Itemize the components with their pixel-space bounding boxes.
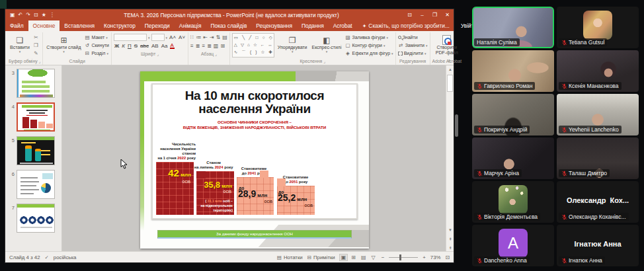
strikethrough-icon[interactable]: S [134, 43, 138, 49]
slideshow-view-icon[interactable]: ▽ [370, 254, 377, 260]
tab-acrobat[interactable]: Acrobat [329, 20, 357, 31]
tab-конструктор[interactable]: Конструктор [99, 20, 140, 31]
paragraph-icon-1-4[interactable]: ▥ [214, 43, 219, 49]
close-icon[interactable]: ✕ [441, 9, 454, 20]
participant-tile-10[interactable]: Олександр Кох...Олександр Коханівс... [557, 181, 639, 223]
normal-view-icon[interactable]: ▣ [340, 254, 348, 260]
shape-glyph-2-0[interactable]: ∿ [234, 50, 237, 55]
slide-thumbnail-4[interactable]: 4 [5, 102, 61, 132]
shape-glyph-1-5[interactable]: ↔ [268, 43, 272, 48]
format-painter-button[interactable]: ✎ [33, 50, 39, 57]
slide-sorter-icon[interactable]: ⊞ [350, 254, 357, 260]
tab-вставлення[interactable]: Вставлення [60, 20, 99, 31]
font-size-box[interactable] [151, 34, 165, 41]
notes-button[interactable]: ▤Нотатки [277, 254, 303, 260]
paragraph-icon-0-2[interactable]: ⇤ [203, 34, 208, 40]
shape-glyph-0-3[interactable]: □ [256, 36, 259, 40]
participant-tile-8[interactable]: Талаш Дмитро [557, 137, 639, 179]
reset-button[interactable]: ↺Скинути [85, 42, 110, 49]
shape-glyph-1-2[interactable]: ⌂ [247, 43, 250, 48]
participant-tile-6[interactable]: Yevhenii Lanchenko [557, 94, 639, 136]
change-case-icon[interactable]: Аа [161, 43, 169, 49]
tab-показ-слайдів[interactable]: Показ слайдів [206, 20, 251, 31]
tab-основне[interactable]: Основне [28, 20, 60, 31]
paragraph-icon-0-5[interactable]: ▤ [222, 34, 227, 40]
scroll-up-button[interactable]: ▲ [446, 65, 454, 73]
tab-подання[interactable]: Подання [297, 20, 329, 31]
comments-button[interactable]: ⊟Примітки [307, 254, 335, 260]
quick-styles-button[interactable]: ◧ Експрес-стилі▾ [311, 33, 343, 58]
tab-файл[interactable]: Файл [5, 20, 28, 31]
paragraph-icon-1-0[interactable]: ≡ [190, 43, 194, 49]
shape-glyph-2-4[interactable]: ☆ [261, 50, 264, 55]
paragraph-icon-1-2[interactable]: ≡ [202, 43, 205, 49]
panel-resize-handle[interactable] [455, 114, 458, 137]
section-button[interactable]: ⊟Розділ▾ [85, 50, 110, 57]
participant-tile-11[interactable]: ADanchenko Anna [472, 225, 554, 266]
shape-glyph-0-0[interactable]: ▭ [234, 36, 238, 40]
tab-анімація[interactable]: Анімація [175, 20, 206, 31]
slide[interactable]: На 10 млн скоротилосянаселення України О… [140, 71, 369, 249]
save-icon[interactable]: ▣ [10, 13, 15, 18]
arrange-button[interactable]: ❐ Упорядкувати▾ [276, 33, 309, 58]
zoom-slider[interactable] [389, 257, 418, 258]
shape-glyph-2-2[interactable]: ( [250, 50, 251, 55]
paste-button[interactable]: ❏ Вставити▾ [9, 33, 31, 58]
shape-glyph-1-4[interactable]: ← [261, 43, 265, 48]
participant-tile-1[interactable]: Наталія Суліма [472, 7, 554, 48]
scrollbar-thumb[interactable] [447, 75, 453, 92]
copy-button[interactable]: ❐ [33, 42, 39, 49]
paragraph-icon-1-3[interactable]: ≣ [207, 43, 212, 49]
shrink-font-icon[interactable]: А˅ [178, 34, 186, 40]
collapse-ribbon-icon[interactable]: ∧ [448, 58, 451, 63]
participant-tile-7[interactable]: Марчук Аріна [472, 137, 554, 179]
layout-button[interactable]: ▤Макет▾ [85, 34, 110, 41]
minimize-icon[interactable]: – [416, 9, 428, 20]
shape-effects-button[interactable]: ◈Ефекти для фігур▾ [344, 50, 393, 57]
slide-thumbnail-5[interactable]: 5 [5, 136, 61, 165]
language-button[interactable]: російська [54, 254, 77, 260]
paragraph-dialog-launcher[interactable]: ⌟ [215, 52, 217, 56]
replace-button[interactable]: ⇄Замінити▾ [398, 42, 428, 49]
shape-glyph-1-1[interactable]: ▽ [241, 43, 244, 48]
drawing-dialog-launcher[interactable]: ⌟ [323, 59, 325, 63]
vertical-scrollbar[interactable]: ▲ ▼ ⇞ ⇟ [446, 65, 454, 251]
font-dialog-launcher[interactable]: ⌟ [157, 52, 159, 56]
tab-рецензування[interactable]: Рецензування [251, 20, 297, 31]
font-color-icon[interactable]: А [170, 43, 175, 49]
zoom-slider-thumb[interactable] [399, 254, 401, 260]
zoom-in-button[interactable]: + [423, 254, 426, 260]
spelling-status-button[interactable]: ✓ [45, 254, 49, 260]
paragraph-icon-0-0[interactable]: ∷ [190, 34, 194, 40]
participant-tile-2[interactable]: Tetiana Gutsul [557, 7, 639, 48]
paragraph-icon-0-4[interactable]: ⇅ [216, 34, 221, 40]
star-icon[interactable]: ★ [42, 13, 46, 18]
cut-button[interactable]: ✂ [33, 34, 39, 41]
character-spacing-icon[interactable]: АВ [151, 43, 159, 49]
paragraph-icon-1-1[interactable]: ≣ [196, 43, 200, 49]
paragraph-icon-1-5[interactable]: ⊞ [220, 43, 225, 49]
participant-tile-9[interactable]: Вікторія Дементьєва [472, 181, 554, 223]
redo-icon[interactable]: ↷ [26, 13, 30, 18]
clipboard-dialog-launcher[interactable]: ⌟ [39, 59, 41, 63]
font-name-box[interactable] [114, 34, 147, 41]
shape-glyph-0-1[interactable]: ╲ [242, 36, 245, 40]
shapes-gallery[interactable]: ▭╲╱□○◇△▽⌂☆←↔∿⌒()☆✚ [232, 33, 274, 58]
scroll-down-button[interactable]: ▼ [446, 226, 454, 234]
shape-glyph-0-2[interactable]: ╱ [249, 36, 251, 40]
tab-переходи[interactable]: Переходи [140, 20, 175, 31]
participant-tile-4[interactable]: Ксенія Манаєнкова [557, 50, 639, 92]
fit-to-window-button[interactable]: ⊡ [445, 254, 450, 260]
grow-font-icon[interactable]: А˄ [169, 34, 177, 40]
participant-tile-3[interactable]: Гавриленко Роман [472, 50, 554, 92]
slide-thumbnail-6[interactable]: 6 [5, 170, 61, 199]
select-button[interactable]: Виділити▾ [398, 50, 428, 57]
qat-more-icon[interactable]: ⋮ [50, 13, 55, 18]
shape-glyph-2-1[interactable]: ⌒ [241, 50, 246, 55]
italic-icon[interactable]: К [121, 43, 126, 49]
shape-outline-button[interactable]: ▢Контур фігури▾ [344, 42, 393, 49]
zoom-out-button[interactable]: − [382, 254, 385, 260]
new-slide-button[interactable]: ⊞ Створити слайд▾ [45, 33, 82, 58]
next-slide-button[interactable]: ⇟ [446, 243, 454, 251]
shape-glyph-2-5[interactable]: ✚ [268, 50, 272, 55]
